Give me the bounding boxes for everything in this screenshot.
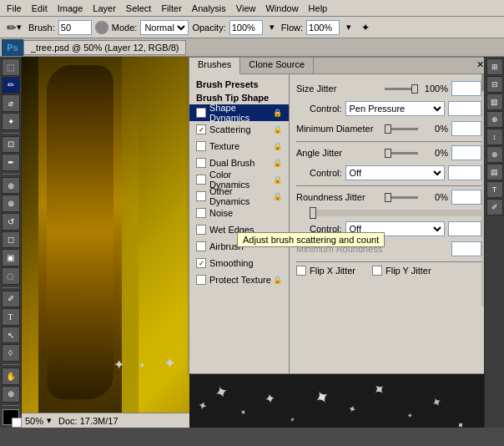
menu-help[interactable]: Help	[304, 3, 333, 14]
menu-view[interactable]: View	[231, 3, 261, 14]
panel-item-protect-texture[interactable]: Protect Texture 🔒	[189, 271, 289, 288]
control-pen-select[interactable]: Pen Pressure	[345, 101, 445, 116]
healing-brush-tool[interactable]: ⊕	[2, 177, 20, 195]
checkbox-airbrush[interactable]	[196, 241, 206, 251]
shape-tool[interactable]: ◊	[2, 344, 20, 362]
checkbox-other-dynamics[interactable]	[196, 191, 206, 201]
checkbox-scattering[interactable]: ✓	[196, 124, 206, 134]
blur-tool[interactable]: ◌	[2, 267, 20, 285]
panel-item-scattering[interactable]: ✓ Scattering 🔒	[189, 121, 289, 138]
magic-wand-tool[interactable]: ✦	[2, 113, 20, 130]
control-off1-input[interactable]	[448, 165, 481, 180]
doc-tab[interactable]: _tree.psd @ 50% (Layer 12, RGB/8)	[23, 40, 186, 55]
panel-item-smoothing[interactable]: ✓ Smoothing	[189, 255, 289, 271]
lock-color-dynamics: 🔒	[273, 175, 282, 184]
eraser-tool[interactable]: ◻	[2, 231, 20, 249]
tab-brushes[interactable]: Brushes	[189, 58, 240, 74]
eyedropper-tool[interactable]: ✒	[2, 154, 20, 171]
panel-item-texture[interactable]: Texture 🔒	[189, 138, 289, 155]
checkbox-smoothing[interactable]: ✓	[196, 258, 206, 268]
panel-item-dual-brush[interactable]: Dual Brush 🔒	[189, 155, 289, 171]
checkbox-flip-y[interactable]	[372, 266, 382, 276]
angle-jitter-input[interactable]	[451, 145, 481, 160]
control-off2-input[interactable]	[448, 221, 481, 236]
checkbox-dual-brush[interactable]	[196, 158, 206, 168]
foreground-color[interactable]	[3, 409, 19, 425]
checkbox-flip-x[interactable]	[296, 266, 306, 276]
status-arrow[interactable]: ▾	[47, 415, 52, 426]
roundness-jitter-label: Roundness Jitter	[296, 192, 380, 202]
menu-filter[interactable]: Filter	[156, 3, 186, 14]
label-dual-brush: Dual Brush	[209, 158, 255, 168]
size-jitter-input[interactable]	[451, 81, 481, 96]
menu-image[interactable]: Image	[53, 3, 88, 14]
history-brush-tool[interactable]: ↺	[2, 213, 20, 231]
right-tool-4[interactable]: ⊕	[486, 111, 503, 128]
opacity-arrow[interactable]: ▾	[266, 20, 278, 34]
opacity-input[interactable]	[229, 20, 263, 35]
flip-y-item: Flip Y Jitter	[372, 266, 431, 276]
lasso-tool[interactable]: ⌀	[2, 94, 20, 112]
checkbox-protect-texture[interactable]	[196, 275, 206, 285]
right-tool-1[interactable]: ⊞	[486, 58, 503, 75]
panel-scrollbar[interactable]	[481, 74, 484, 307]
crop-tool[interactable]: ⊡	[2, 136, 20, 154]
pen-tool[interactable]: ✐	[2, 291, 20, 308]
mode-select[interactable]: Normal	[140, 20, 189, 35]
lock-other-dynamics: 🔒	[273, 192, 282, 200]
brush-tool[interactable]: ✏	[2, 77, 20, 94]
roundness-jitter-input[interactable]	[451, 190, 481, 205]
panel-item-other-dynamics[interactable]: Other Dynamics 🔒	[189, 188, 289, 205]
control-pen-input[interactable]	[448, 101, 481, 116]
panel-item-wet-edges[interactable]: Wet Edges	[189, 221, 289, 238]
angle-jitter-slider[interactable]	[385, 152, 418, 155]
flow-input[interactable]	[306, 20, 340, 35]
menu-select[interactable]: Select	[121, 3, 157, 14]
menu-edit[interactable]: Edit	[27, 3, 53, 14]
right-tool-7[interactable]: ▤	[486, 164, 503, 180]
checkbox-noise[interactable]	[196, 208, 206, 218]
right-tool-8[interactable]: T	[486, 181, 503, 198]
checkbox-texture[interactable]	[196, 141, 206, 151]
min-roundness-input[interactable]	[451, 241, 481, 256]
tab-clone-source[interactable]: Clone Source	[240, 58, 314, 73]
right-tool-5[interactable]: ↕	[486, 129, 503, 145]
min-diameter-slider[interactable]	[385, 128, 418, 130]
selection-tool[interactable]: ⬚	[2, 58, 20, 76]
zoom-tool[interactable]: ⊕	[2, 386, 20, 403]
checkbox-wet-edges[interactable]	[196, 225, 206, 235]
scrollbar-thumb[interactable]	[481, 74, 484, 91]
right-tool-2[interactable]: ⊟	[486, 76, 503, 93]
text-tool[interactable]: T	[2, 308, 20, 326]
hand-tool[interactable]: ✋	[2, 367, 20, 385]
checkbox-shape-dynamics[interactable]: ✓	[196, 108, 206, 118]
path-select-tool[interactable]: ↖	[2, 327, 20, 344]
right-tool-3[interactable]: ▧	[486, 94, 503, 110]
flow-arrow[interactable]: ▾	[343, 20, 355, 34]
right-tool-6[interactable]: ⊗	[486, 146, 503, 163]
menu-layer[interactable]: Layer	[88, 3, 121, 14]
tool-separator-2	[3, 174, 19, 175]
panel-item-noise[interactable]: Noise	[189, 205, 289, 221]
airbrush-button[interactable]: ✦	[358, 20, 373, 35]
angle-jitter-value: 0%	[423, 148, 448, 158]
size-jitter-slider[interactable]	[385, 88, 418, 90]
right-tool-9[interactable]: ✐	[486, 199, 503, 215]
menu-analysis[interactable]: Analysis	[187, 3, 231, 14]
control-off2-select[interactable]: Off	[345, 221, 445, 236]
panel-item-airbrush[interactable]: Airbrush	[189, 238, 289, 255]
menu-window[interactable]: Window	[260, 3, 303, 14]
brush-size-input[interactable]	[58, 20, 92, 35]
brush-tool-button[interactable]: ✏▾	[3, 19, 25, 36]
gradient-tool[interactable]: ▣	[2, 249, 20, 266]
panel-close-button[interactable]: ✕	[472, 58, 484, 73]
menu-file[interactable]: File	[2, 3, 27, 14]
min-diameter-input[interactable]	[451, 121, 481, 136]
panel-item-color-dynamics[interactable]: Color Dynamics 🔒	[189, 171, 289, 188]
panel-item-shape-dynamics[interactable]: ✓ Shape Dynamics 🔒	[189, 104, 289, 121]
roundness-jitter-slider[interactable]	[385, 196, 418, 199]
control-off2-label: Control:	[310, 224, 342, 234]
control-off1-select[interactable]: Off	[345, 165, 445, 180]
checkbox-color-dynamics[interactable]	[196, 175, 206, 185]
stamp-tool[interactable]: ⊗	[2, 195, 20, 212]
